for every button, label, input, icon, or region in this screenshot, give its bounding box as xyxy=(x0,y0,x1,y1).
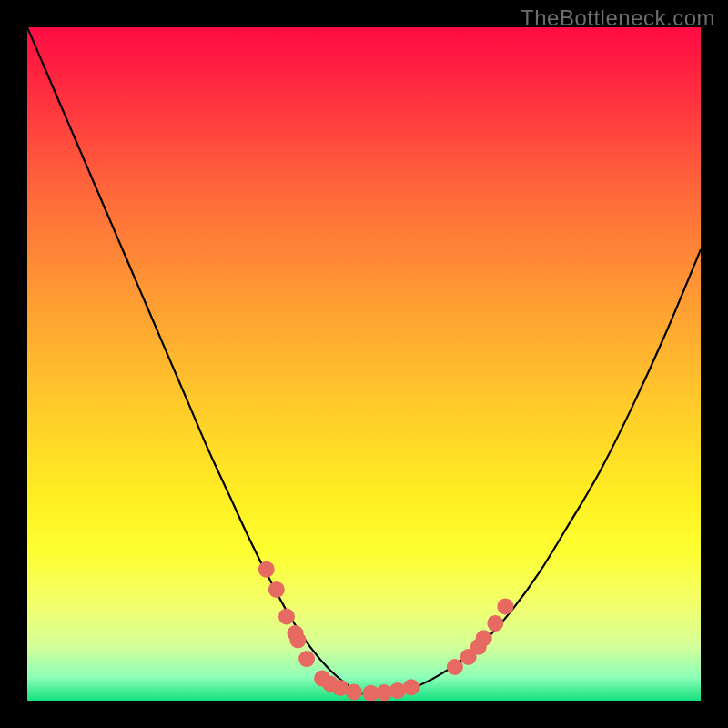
marker-dot xyxy=(476,630,492,646)
marker-dot xyxy=(346,683,362,700)
marker-dot xyxy=(268,581,285,598)
marker-dot xyxy=(278,609,295,625)
dots-layer xyxy=(27,27,701,701)
marker-dot xyxy=(258,561,275,578)
marker-dot xyxy=(497,598,513,614)
plot-area xyxy=(27,27,701,701)
chart-container: TheBottleneck.com xyxy=(0,0,728,728)
marker-dot xyxy=(289,632,306,648)
marker-dot xyxy=(487,615,503,632)
watermark-label: TheBottleneck.com xyxy=(521,5,715,31)
marker-dot xyxy=(403,679,420,695)
marker-dot xyxy=(298,651,315,667)
marker-dot xyxy=(447,659,463,675)
